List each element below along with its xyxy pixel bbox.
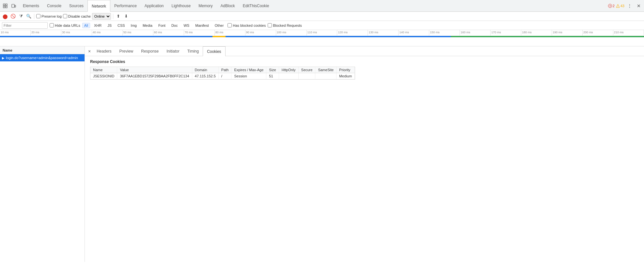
- disable-cache-label[interactable]: Disable cache: [63, 14, 91, 18]
- filter-icon[interactable]: ⧩: [18, 13, 24, 20]
- tick-40ms: 40 ms: [92, 30, 123, 36]
- cookies-section-title: Response Cookies: [90, 59, 639, 64]
- col-header-name[interactable]: Name: [90, 67, 117, 73]
- cookies-content: Response Cookies Name Value Domain Path …: [85, 56, 644, 84]
- tab-adblock[interactable]: AdBlock: [217, 0, 239, 12]
- cookie-secure: [298, 73, 315, 79]
- col-header-domain[interactable]: Domain: [192, 67, 218, 73]
- filter-type-js[interactable]: JS: [105, 23, 114, 28]
- filter-type-media[interactable]: Media: [141, 23, 154, 28]
- tick-30ms: 30 ms: [61, 30, 92, 36]
- close-detail-button[interactable]: ×: [86, 46, 93, 56]
- error-badge: ✕ 2: [608, 4, 615, 8]
- tab-preview[interactable]: Preview: [116, 46, 137, 56]
- cookie-path: /: [218, 73, 231, 79]
- tick-20ms: 20 ms: [31, 30, 61, 36]
- settings-icon[interactable]: ⋮: [626, 2, 634, 10]
- filter-type-manifest[interactable]: Manifest: [193, 23, 211, 28]
- request-file-icon: ▶: [2, 56, 5, 60]
- table-row[interactable]: ▶ login.do?username=admin&password=admin: [0, 54, 85, 61]
- tab-performance[interactable]: Performance: [110, 0, 141, 12]
- import-har-button[interactable]: ⬆: [115, 13, 122, 20]
- blocked-requests-label[interactable]: Blocked Requests: [268, 23, 302, 27]
- preserve-log-checkbox[interactable]: [36, 14, 40, 18]
- timeline-area: 10 ms 20 ms 30 ms 40 ms 50 ms 60 ms 70 m…: [0, 30, 644, 46]
- col-header-secure[interactable]: Secure: [298, 67, 315, 73]
- cookie-priority: Medium: [337, 73, 355, 79]
- warn-badge: ! 43: [616, 4, 624, 8]
- col-header-value[interactable]: Value: [117, 67, 192, 73]
- tab-console[interactable]: Console: [43, 0, 65, 12]
- main-area: Name ▶ login.do?username=admin&password=…: [0, 46, 644, 262]
- has-blocked-cookies-checkbox[interactable]: [228, 23, 232, 27]
- tab-response[interactable]: Response: [137, 46, 163, 56]
- tick-210ms: 210 ms: [613, 30, 644, 36]
- tick-110ms: 110 ms: [307, 30, 338, 36]
- svg-rect-5: [15, 5, 16, 7]
- filter-type-doc[interactable]: Doc: [169, 23, 180, 28]
- svg-rect-1: [6, 4, 7, 6]
- tick-160ms: 160 ms: [460, 30, 491, 36]
- cookie-samesite: [315, 73, 337, 79]
- toolbar-divider-1: [34, 14, 34, 19]
- tick-10ms: 10 ms: [0, 30, 31, 36]
- filter-type-other[interactable]: Other: [213, 23, 226, 28]
- filter-type-font[interactable]: Font: [156, 23, 167, 28]
- hide-data-urls-label[interactable]: Hide data URLs: [50, 23, 80, 27]
- preserve-log-label[interactable]: Preserve log: [36, 14, 62, 18]
- tick-70ms: 70 ms: [184, 30, 215, 36]
- blocked-requests-checkbox[interactable]: [268, 23, 272, 27]
- search-icon[interactable]: 🔍: [25, 13, 32, 20]
- tab-lighthouse[interactable]: Lighthouse: [168, 0, 195, 12]
- filter-bar: Hide data URLs All XHR JS CSS Img Media …: [0, 21, 644, 30]
- throttle-select[interactable]: Online: [92, 13, 111, 20]
- tab-headers[interactable]: Headers: [93, 46, 115, 56]
- tab-timing[interactable]: Timing: [183, 46, 203, 56]
- tab-sources[interactable]: Sources: [65, 0, 87, 12]
- svg-text:✕: ✕: [609, 5, 611, 8]
- tab-right-area: ✕ 2 ! 43 ⋮ ✕: [608, 2, 643, 10]
- detail-tab-bar: × Headers Preview Response Initiator Tim…: [85, 46, 644, 56]
- close-devtools-icon[interactable]: ✕: [635, 2, 643, 10]
- cookie-name: JSESSIONID: [90, 73, 117, 79]
- col-header-samesite[interactable]: SameSite: [315, 67, 337, 73]
- disable-cache-checkbox[interactable]: [63, 14, 67, 18]
- record-button[interactable]: ⬤: [2, 13, 8, 20]
- hide-data-urls-checkbox[interactable]: [50, 23, 54, 27]
- tab-network[interactable]: Network: [87, 0, 110, 12]
- cookie-table-wrapper: Name Value Domain Path Expires / Max-Age…: [90, 67, 355, 80]
- filter-input[interactable]: [2, 22, 48, 29]
- tick-90ms: 90 ms: [245, 30, 276, 36]
- filter-type-img[interactable]: Img: [129, 23, 139, 28]
- col-header-priority[interactable]: Priority: [337, 67, 355, 73]
- device-toolbar-icon[interactable]: [10, 2, 18, 10]
- has-blocked-cookies-label[interactable]: Has blocked cookies: [228, 23, 266, 27]
- clear-button[interactable]: 🚫: [10, 13, 16, 20]
- tick-50ms: 50 ms: [123, 30, 153, 36]
- col-header-path[interactable]: Path: [218, 67, 231, 73]
- table-row[interactable]: JSESSIONID 36F7AA1EBD15725F29BAA2FB0FF2C…: [90, 73, 355, 79]
- tab-elements[interactable]: Elements: [19, 0, 43, 12]
- tab-initiator[interactable]: Initiator: [163, 46, 183, 56]
- devtools-tab-bar: Elements Console Sources Network Perform…: [0, 0, 644, 12]
- tick-60ms: 60 ms: [153, 30, 184, 36]
- col-header-httponly[interactable]: HttpOnly: [279, 67, 298, 73]
- svg-rect-4: [12, 4, 14, 8]
- timeline-ruler: 10 ms 20 ms 30 ms 40 ms 50 ms 60 ms 70 m…: [0, 30, 644, 36]
- svg-text:!: !: [618, 5, 618, 7]
- tab-memory[interactable]: Memory: [195, 0, 216, 12]
- col-header-size[interactable]: Size: [266, 67, 279, 73]
- filter-type-all[interactable]: All: [82, 23, 90, 28]
- svg-rect-3: [6, 6, 7, 8]
- col-header-expires[interactable]: Expires / Max-Age: [231, 67, 266, 73]
- tab-icons-group: [1, 2, 18, 10]
- tab-application[interactable]: Application: [141, 0, 168, 12]
- filter-type-ws[interactable]: WS: [181, 23, 191, 28]
- cookie-expires: Session: [231, 73, 266, 79]
- tab-cookies[interactable]: Cookies: [203, 46, 225, 56]
- filter-type-css[interactable]: CSS: [116, 23, 127, 28]
- filter-type-xhr[interactable]: XHR: [92, 23, 103, 28]
- inspect-icon[interactable]: [1, 2, 9, 10]
- tab-editthiscookie[interactable]: EditThisCookie: [239, 0, 273, 12]
- export-har-button[interactable]: ⬇: [123, 13, 130, 20]
